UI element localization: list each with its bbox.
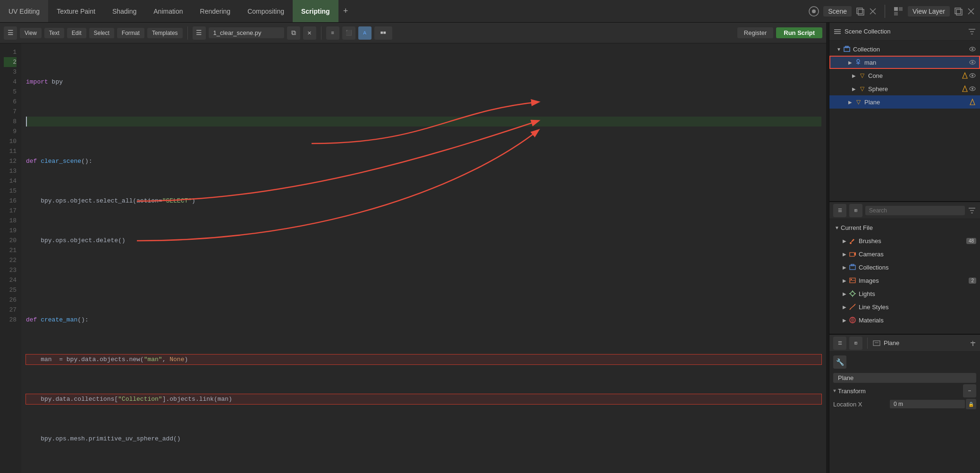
datablock-collections[interactable]: ▶ Collections bbox=[829, 261, 980, 274]
code-line-3: def clear_scene(): bbox=[26, 156, 821, 166]
scene-name[interactable]: Scene bbox=[823, 6, 852, 17]
location-x-value[interactable]: 0 m bbox=[890, 400, 965, 408]
line-num-8: 8 bbox=[4, 117, 17, 127]
scene-icon bbox=[808, 6, 819, 17]
viewlayer-close-icon[interactable] bbox=[967, 7, 975, 16]
tab-compositing[interactable]: Compositing bbox=[239, 0, 293, 22]
tab-uv-editing[interactable]: UV Editing bbox=[0, 0, 48, 22]
line-num-16: 16 bbox=[4, 196, 17, 206]
cone-eye-icon[interactable] bbox=[969, 72, 976, 79]
svg-point-21 bbox=[857, 59, 860, 62]
outliner-filter-icon[interactable] bbox=[968, 27, 976, 36]
materials-expand-arrow[interactable]: ▶ bbox=[841, 316, 848, 324]
code-area[interactable]: 1 2 3 4 5 6 7 8 9 10 11 12 13 14 15 16 1… bbox=[0, 43, 826, 473]
datablock-lights[interactable]: ▶ Lights bbox=[829, 287, 980, 300]
datablock-images[interactable]: ▶ Images 2 bbox=[829, 274, 980, 287]
line-numbers-icon[interactable]: ≡ bbox=[326, 26, 339, 40]
tree-item-man[interactable]: ▶ man bbox=[829, 56, 980, 69]
sphere-expand-arrow[interactable]: ▶ bbox=[850, 85, 858, 93]
copy-file-icon[interactable]: ⧉ bbox=[287, 26, 300, 40]
tree-item-cone[interactable]: ▶ ▽ Cone bbox=[829, 69, 980, 82]
tab-shading[interactable]: Shading bbox=[104, 0, 145, 22]
view-menu-btn[interactable]: View bbox=[20, 28, 42, 38]
collection-eye-icon[interactable] bbox=[969, 45, 976, 53]
scene-close-icon[interactable] bbox=[869, 7, 877, 16]
plane-expand-arrow[interactable]: ▶ bbox=[846, 98, 854, 106]
svg-rect-2 bbox=[857, 8, 862, 14]
collection-expand-arrow[interactable]: ▼ bbox=[835, 45, 843, 53]
tree-item-plane[interactable]: ▶ ▽ Plane bbox=[829, 95, 980, 109]
datablock-mode-icon[interactable]: ⊞ bbox=[849, 204, 862, 217]
sphere-filter-icon[interactable] bbox=[961, 85, 969, 93]
view-layer-name[interactable]: View Layer bbox=[908, 6, 950, 17]
add-tab-button[interactable]: + bbox=[338, 7, 353, 16]
plane-filter-icon[interactable] bbox=[969, 98, 976, 106]
linestyles-expand-arrow[interactable]: ▶ bbox=[841, 303, 848, 311]
sphere-eye-icon[interactable] bbox=[969, 85, 976, 93]
object-data-icon[interactable] bbox=[872, 339, 881, 347]
close-file-icon[interactable]: ✕ bbox=[303, 26, 316, 40]
images-expand-arrow[interactable]: ▶ bbox=[841, 277, 848, 284]
text-menu-btn[interactable]: Text bbox=[44, 28, 64, 38]
line-num-5: 5 bbox=[4, 87, 17, 97]
currentfile-expand-arrow[interactable]: ▼ bbox=[833, 224, 841, 231]
tab-texture-paint[interactable]: Texture Paint bbox=[48, 0, 104, 22]
templates-menu-btn[interactable]: Templates bbox=[147, 28, 183, 38]
filename-input[interactable] bbox=[209, 27, 284, 38]
word-highlight-icon[interactable]: ■■ bbox=[374, 26, 392, 40]
props-mode-icon[interactable]: ⊞ bbox=[849, 337, 862, 350]
cameras-label: Cameras bbox=[859, 251, 976, 258]
outliner-menu-icon[interactable] bbox=[833, 27, 842, 36]
cone-filter-icon[interactable] bbox=[961, 72, 969, 79]
man-expand-arrow[interactable]: ▶ bbox=[846, 59, 854, 66]
datablock-filter-icon[interactable] bbox=[968, 206, 976, 215]
word-wrap-icon[interactable]: ⬛ bbox=[342, 26, 355, 40]
datablock-menu-icon[interactable]: ☰ bbox=[833, 204, 846, 217]
tab-animation[interactable]: Animation bbox=[145, 0, 191, 22]
run-script-btn[interactable]: Run Script bbox=[776, 27, 822, 38]
cameras-expand-arrow[interactable]: ▶ bbox=[841, 250, 848, 258]
current-file-header[interactable]: ▼ Current File bbox=[829, 221, 980, 234]
pin-icon[interactable] bbox=[969, 339, 976, 347]
datablock-toolbar: ☰ ⊞ bbox=[829, 202, 980, 219]
datablock-materials[interactable]: ▶ Materials bbox=[829, 313, 980, 327]
outliner-header: Scene Collection bbox=[829, 23, 980, 41]
file-icon[interactable]: ☰ bbox=[193, 26, 206, 40]
props-menu-icon[interactable]: ☰ bbox=[833, 337, 846, 350]
datablock-linestyles[interactable]: ▶ Line Styles bbox=[829, 300, 980, 313]
collections-expand-arrow[interactable]: ▶ bbox=[841, 263, 848, 271]
transform-lock-icon[interactable]: ⋯ bbox=[963, 384, 976, 397]
brushes-badge: 48 bbox=[966, 238, 976, 244]
separator2 bbox=[321, 26, 321, 40]
select-menu-btn[interactable]: Select bbox=[89, 28, 114, 38]
tree-item-collection[interactable]: ▼ Collection bbox=[829, 42, 980, 56]
format-menu-btn[interactable]: Format bbox=[117, 28, 144, 38]
line-num-28: 28 bbox=[4, 315, 17, 325]
tab-scripting[interactable]: Scripting bbox=[293, 0, 338, 22]
register-btn[interactable]: Register bbox=[737, 27, 773, 38]
edit-menu-btn[interactable]: Edit bbox=[67, 28, 86, 38]
syntax-icon[interactable]: A bbox=[358, 26, 372, 40]
line-num-11: 11 bbox=[4, 146, 17, 156]
current-file-label: Current File bbox=[841, 224, 976, 231]
tree-item-sphere[interactable]: ▶ ▽ Sphere bbox=[829, 82, 980, 95]
code-line-8: man = bpy.data.objects.new("man", None) bbox=[26, 355, 821, 364]
datablock-search[interactable] bbox=[865, 206, 965, 215]
editor-toolbar: ☰ View Text Edit Select Format Templates… bbox=[0, 23, 826, 43]
images-badge: 2 bbox=[969, 278, 976, 284]
line-num-24: 24 bbox=[4, 275, 17, 285]
tools-icon[interactable]: 🔧 bbox=[833, 355, 846, 369]
location-x-lock-icon[interactable]: 🔒 bbox=[966, 399, 976, 409]
object-properties-section: ☰ ⊞ Plane 🔧 Plane bbox=[829, 334, 980, 473]
editor-menu-icon[interactable]: ☰ bbox=[4, 26, 17, 40]
man-eye-icon[interactable] bbox=[969, 59, 976, 66]
code-line-5: bpy.ops.object.delete() bbox=[26, 236, 821, 245]
datablock-brushes[interactable]: ▶ Brushes 48 bbox=[829, 234, 980, 247]
lights-expand-arrow[interactable]: ▶ bbox=[841, 290, 848, 297]
object-name-display[interactable]: Plane bbox=[833, 373, 976, 383]
brushes-expand-arrow[interactable]: ▶ bbox=[841, 237, 848, 245]
code-content[interactable]: import bpy ​ def clear_scene(): bpy.ops.… bbox=[21, 43, 826, 473]
datablock-cameras[interactable]: ▶ Cameras bbox=[829, 247, 980, 261]
tab-rendering[interactable]: Rendering bbox=[192, 0, 239, 22]
cone-expand-arrow[interactable]: ▶ bbox=[850, 72, 858, 79]
